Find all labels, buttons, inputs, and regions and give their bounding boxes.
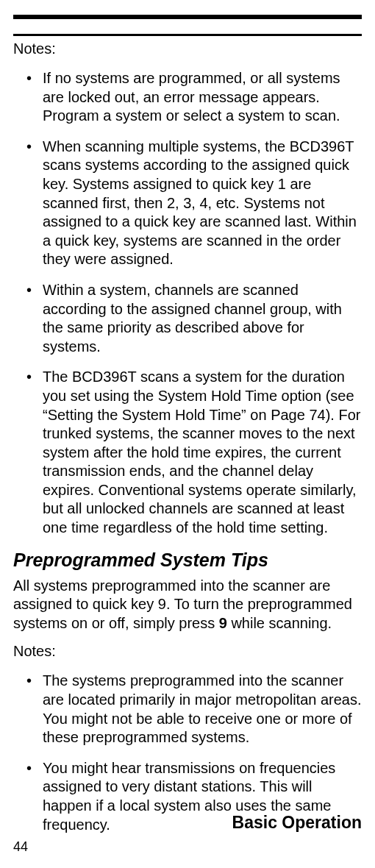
bullet-list-1: • If no systems are programmed, or all s… [13,69,362,538]
paragraph-part-2: while scanning. [227,615,332,631]
bullet-text: The BCD396T scans a system for the durat… [43,368,362,537]
list-item: • The BCD396T scans a system for the dur… [26,368,362,537]
list-item: • When scanning multiple systems, the BC… [26,138,362,269]
bullet-icon: • [26,281,43,356]
list-item: • The systems preprogrammed into the sca… [26,672,362,747]
bullet-text: If no systems are programmed, or all sys… [43,69,362,126]
footer-title: Basic Operation [232,813,362,833]
top-rule-thick [13,15,362,19]
page-number: 44 [13,839,28,855]
list-item: • If no systems are programmed, or all s… [26,69,362,126]
notes-label-2: Notes: [13,643,362,660]
bullet-text: When scanning multiple systems, the BCD3… [43,138,362,269]
bullet-text: The systems preprogrammed into the scann… [43,672,362,747]
paragraph-bold-key: 9 [219,615,227,631]
bullet-text: Within a system, channels are scanned ac… [43,281,362,356]
bullet-list-2: • The systems preprogrammed into the sca… [13,672,362,834]
bullet-icon: • [26,138,43,269]
bullet-icon: • [26,759,43,834]
bullet-icon: • [26,368,43,537]
notes-label-1: Notes: [13,40,362,57]
bullet-icon: • [26,69,43,126]
paragraph: All systems preprogrammed into the scann… [13,577,362,633]
section-heading: Preprogrammed System Tips [13,549,362,571]
top-rule-thin [13,34,362,36]
list-item: • Within a system, channels are scanned … [26,281,362,356]
bullet-icon: • [26,672,43,747]
